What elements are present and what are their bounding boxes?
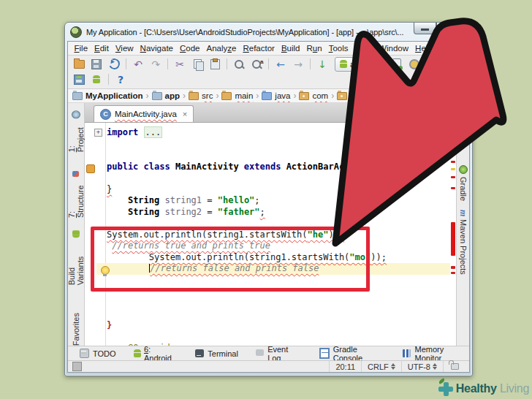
menu-item-vcs[interactable]: VCS: [352, 42, 376, 54]
toolwindow-button-terminal[interactable]: Terminal: [195, 349, 238, 358]
sidebar-item-maven-projects[interactable]: mMaven Projects: [457, 210, 468, 275]
tab-mainactivity[interactable]: C MainActivity.java ×: [94, 105, 194, 122]
breadcrumb-item-MyApplication[interactable]: MyApplication: [72, 91, 143, 100]
cut-button[interactable]: ✂: [172, 58, 188, 71]
window-title: My Application - [C:\Users\User\AndroidS…: [86, 28, 403, 37]
watermark-bold-text: Healthy: [456, 382, 497, 395]
menu-item-navigate[interactable]: Navigate: [137, 42, 176, 54]
code-token: "hello": [218, 195, 255, 205]
menu-item-window[interactable]: Window: [376, 42, 412, 54]
code-token: ));: [328, 229, 344, 240]
watermark-light-text: Living: [500, 382, 529, 395]
sidebar-item-label: Build Variants: [67, 240, 85, 285]
sidebar-item--project[interactable]: 1: Project: [67, 110, 85, 152]
minimize-button[interactable]: [414, 23, 436, 34]
breadcrumb-item-com[interactable]: com: [299, 91, 328, 100]
save-all-button[interactable]: [88, 58, 104, 71]
folder-icon: [299, 92, 309, 100]
sidebar-item-commander[interactable]: Commander: [459, 103, 468, 148]
java-class-icon: C: [100, 109, 111, 120]
sync-button[interactable]: [106, 58, 122, 71]
menu-item-file[interactable]: File: [71, 42, 91, 54]
code-line: String string2 = "father";: [107, 207, 450, 218]
intention-bulb-icon[interactable]: [101, 266, 110, 275]
undo-button[interactable]: ↶: [130, 58, 146, 71]
android-sdk-button[interactable]: [88, 73, 104, 86]
code-line: System.out.println(string1.startsWith("m…: [107, 252, 450, 264]
replace-button[interactable]: a: [248, 58, 265, 71]
menu-bar: FileEditViewNavigateCodeAnalyzeRefactorB…: [68, 42, 469, 56]
help-button[interactable]: ?: [113, 73, 129, 86]
toolwindow-button-event-log[interactable]: Event Log: [256, 345, 302, 362]
gradle-icon: [459, 165, 468, 174]
error-stripe-mark: [451, 168, 455, 170]
replace-letter: a: [260, 58, 263, 65]
lock-indicator[interactable]: [443, 361, 465, 372]
caret-position[interactable]: 20:11: [329, 361, 361, 372]
breadcrumb-item-app[interactable]: app: [152, 91, 180, 100]
line-ending-selector[interactable]: CRLF: [361, 361, 401, 372]
sidebar-item-build-variants[interactable]: Build Variants: [67, 230, 85, 285]
menu-item-analyze[interactable]: Analyze: [203, 42, 240, 54]
menu-item-code[interactable]: Code: [177, 42, 204, 54]
code-token: MainActivity: [175, 162, 244, 172]
sidebar-item-gradle[interactable]: Gradle: [459, 165, 468, 201]
menu-item-edit[interactable]: Edit: [91, 42, 113, 54]
code-token: "mo": [349, 252, 370, 262]
toolwindow-button-gradle-console[interactable]: Gradle Console: [319, 345, 386, 362]
gutter-marker-icon[interactable]: [86, 164, 95, 173]
title-bar: My Application - [C:\Users\User\AndroidS…: [67, 23, 470, 41]
sort-lines-button[interactable]: ↓: [314, 58, 330, 71]
breadcrumb-item-src[interactable]: src: [189, 91, 213, 100]
toolwindow-button--android[interactable]: 6: Android: [134, 345, 178, 362]
encoding-selector[interactable]: UTF-8: [401, 361, 443, 372]
maximize-button[interactable]: [436, 23, 458, 34]
toolwindow-toggle-icon[interactable]: [72, 362, 82, 371]
toolwindow-button-memory-monitor[interactable]: Memory Monitor: [403, 345, 469, 362]
tab-close-icon[interactable]: ×: [183, 110, 187, 118]
error-stripe[interactable]: [450, 123, 456, 346]
sdk-settings-button[interactable]: [406, 58, 422, 71]
menu-item-view[interactable]: View: [112, 42, 137, 54]
menu-item-build[interactable]: Build: [278, 42, 303, 54]
fold-toggle-icon[interactable]: +: [94, 129, 102, 137]
paste-button[interactable]: [207, 58, 223, 71]
toolbar-separator: [310, 58, 311, 69]
mnemonic-letter: H: [415, 44, 421, 53]
sidebar-item--structure[interactable]: 7: Structure: [67, 171, 85, 218]
todo-icon: [80, 349, 89, 358]
mnemonic-letter: V: [115, 44, 121, 53]
code-line: [107, 308, 450, 320]
toolwindow-button-todo[interactable]: TODO: [80, 349, 116, 358]
breadcrumb-item-java[interactable]: java: [262, 91, 290, 100]
code-line: String string1 = "hello";: [107, 195, 450, 207]
back-button[interactable]: ←: [273, 58, 289, 71]
code-line: [107, 172, 450, 184]
menu-item-refactor[interactable]: Refactor: [240, 42, 278, 54]
breadcrumb-separator-icon: ›: [146, 91, 149, 101]
breadcrumb-item-exa[interactable]: exa: [337, 91, 364, 100]
redo-button[interactable]: ↷: [148, 58, 164, 71]
find-button[interactable]: [231, 58, 247, 71]
mnemonic-letter: 7: [67, 213, 76, 218]
code-line: [107, 331, 450, 343]
sidebar-item-favorites[interactable]: Favorites: [72, 313, 80, 346]
code-editor[interactable]: + import ...public class MainActivity ex…: [85, 123, 456, 346]
avd-manager-button[interactable]: [71, 73, 87, 86]
code-token: String: [128, 195, 159, 205]
new-device-button[interactable]: [389, 58, 405, 71]
mnemonic-letter: R: [243, 44, 248, 53]
screenshot-stage: My Application - [C:\Users\User\AndroidS…: [0, 0, 532, 399]
menu-item-tools[interactable]: Tools: [325, 42, 352, 54]
sidebar-item-label: Commander: [459, 103, 468, 148]
menu-item-help[interactable]: Help: [412, 42, 436, 54]
forward-button[interactable]: →: [290, 58, 306, 71]
open-folder-button[interactable]: [71, 58, 87, 71]
menu-item-run[interactable]: Run: [303, 42, 325, 54]
copy-button[interactable]: [189, 58, 205, 71]
code-line: }: [107, 320, 450, 332]
breadcrumb-item-main[interactable]: main: [221, 91, 253, 100]
run-configuration-dropdown[interactable]: app: [335, 57, 378, 72]
code-line: }: [107, 184, 450, 196]
toolwindow-button-label: 6: Android: [144, 345, 178, 362]
